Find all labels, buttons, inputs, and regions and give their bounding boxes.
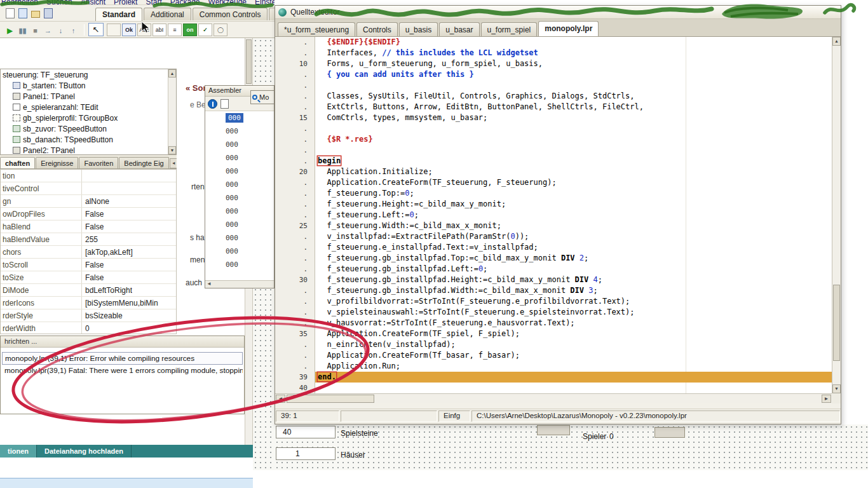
property-row[interactable]: owDropFilesFalse xyxy=(1,208,176,220)
open-file-icon[interactable] xyxy=(31,11,40,18)
new-unit-icon[interactable] xyxy=(6,8,15,18)
assembler-row[interactable]: 000 xyxy=(205,178,274,191)
tree-item[interactable]: e_spieleranzahl: TEdit xyxy=(1,102,176,112)
tab-aktionen[interactable]: tionen xyxy=(0,445,37,458)
menu-item-suchen[interactable]: Suchen xyxy=(46,0,72,5)
assembler-row[interactable]: 000 xyxy=(205,191,274,205)
mo-window-title[interactable]: Mo xyxy=(259,93,269,101)
editor-tab-u_basar[interactable]: u_basar xyxy=(439,22,479,36)
property-row[interactable]: chors[akTop,akLeft] xyxy=(1,246,176,259)
property-row[interactable]: DiModebdLeftToRight xyxy=(1,284,176,297)
property-row[interactable]: tiveControl xyxy=(1,182,176,195)
menu-item-projekt[interactable]: Projekt xyxy=(114,0,137,5)
step-out-icon[interactable]: ↑ xyxy=(67,27,79,34)
editor-tab-u_form_steuerung[interactable]: *u_form_steuerung xyxy=(278,22,355,36)
menu-item-bearbeiten[interactable]: Bearbeiten xyxy=(1,0,38,5)
assembler-row[interactable]: 000 xyxy=(205,258,274,271)
stop-icon[interactable]: ■ xyxy=(29,27,41,34)
property-row[interactable]: rderIcons[biSystemMenu,biMin xyxy=(1,297,176,309)
menu-item-werkzeuge[interactable]: Werkzeuge xyxy=(208,0,247,5)
tree-item[interactable]: steuerung: TF_steuerung xyxy=(1,69,176,80)
save-all-icon[interactable] xyxy=(44,8,53,18)
power-icon[interactable] xyxy=(208,99,217,109)
assembler-row[interactable]: 000 xyxy=(205,151,274,165)
assembler-row[interactable]: 000 xyxy=(205,231,274,245)
palette-tab-common-controls[interactable]: Common Controls xyxy=(193,8,268,20)
document-icon[interactable] xyxy=(220,99,229,109)
tpagecontrol-icon[interactable] xyxy=(107,24,121,36)
assembler-listing[interactable]: 000000000000000000000000000000000000 xyxy=(205,111,274,288)
assembler-row[interactable]: 000 xyxy=(205,245,274,258)
ttogglebox-icon[interactable]: on xyxy=(183,24,197,36)
tbutton-icon[interactable]: Ok xyxy=(122,24,136,36)
scrollbar-thumb[interactable] xyxy=(287,395,374,403)
scroll-down-icon[interactable]: ▼ xyxy=(832,384,841,393)
scroll-right-icon[interactable]: ► xyxy=(822,395,831,403)
inspector-tab-favoriten[interactable]: Favoriten xyxy=(79,157,118,168)
inspector-tab-chaften[interactable]: chaften xyxy=(0,157,35,168)
new-form-icon[interactable] xyxy=(18,8,27,18)
step-into-icon[interactable]: ↓ xyxy=(55,27,67,34)
tree-item[interactable]: b_starten: TButton xyxy=(1,80,176,91)
designer-button[interactable] xyxy=(654,427,685,438)
editor-title-bar[interactable]: Quelltexteditor xyxy=(275,6,841,19)
message-line[interactable]: monopoly.lpr(39,1) Fatal: There were 1 e… xyxy=(2,365,243,376)
menu-item-start[interactable]: Start xyxy=(146,0,161,5)
editor-tab-u_form_spiel[interactable]: u_form_spiel xyxy=(481,22,538,36)
tree-item[interactable]: sb_danach: TSpeedButton xyxy=(1,134,176,145)
menu-item-einstellungen[interactable]: Einstellungen xyxy=(255,0,275,5)
spielsteine-input[interactable]: 40 xyxy=(276,426,336,438)
step-over-icon[interactable]: → xyxy=(42,27,54,34)
pause-icon[interactable]: ▮▮ xyxy=(17,27,29,35)
scrollbar-thumb[interactable] xyxy=(833,285,840,361)
run-icon[interactable]: ▶ xyxy=(4,27,16,35)
property-row[interactable]: toSizeFalse xyxy=(1,271,176,284)
scroll-up-icon[interactable]: ▲ xyxy=(168,69,176,78)
tab-scroll-left-icon[interactable]: ◂ xyxy=(170,158,177,168)
tmemo-icon[interactable]: ≡ xyxy=(168,24,182,36)
property-row[interactable]: gnalNone xyxy=(1,195,176,208)
inspector-tab-bedingte-eig[interactable]: Bedingte Eig xyxy=(119,157,168,168)
tree-item[interactable]: gb_spielerprofil: TGroupBox xyxy=(1,112,176,123)
editor-tab-u_basis[interactable]: u_basis xyxy=(399,22,438,36)
tedit-icon[interactable]: abI xyxy=(153,24,166,36)
tradiobutton-icon[interactable]: ◯ xyxy=(214,24,227,36)
tcheckbox-icon[interactable]: ✓ xyxy=(198,24,212,36)
editor-horizontal-scrollbar[interactable]: ◄ ► xyxy=(275,393,832,403)
property-row[interactable]: rderWidth0 xyxy=(1,322,176,334)
assembler-row[interactable]: 000 xyxy=(205,125,274,138)
scroll-down-icon[interactable]: ▼ xyxy=(168,146,176,154)
editor-tab-Controls[interactable]: Controls xyxy=(356,22,398,36)
menu-item-package[interactable]: Package xyxy=(170,0,200,5)
assembler-row[interactable]: 000 xyxy=(205,205,274,218)
inspector-tab-ereignisse[interactable]: Ereignisse xyxy=(36,157,78,168)
property-row[interactable]: haBlendValue255 xyxy=(1,233,176,246)
assembler-row[interactable]: 000 xyxy=(205,218,274,231)
tree-item[interactable]: Panel2: TPanel xyxy=(1,145,176,155)
palette-tab-additional[interactable]: Additional xyxy=(144,8,191,20)
editor-tab-monopoly.lpr[interactable]: monopoly.lpr xyxy=(538,21,599,36)
tree-scrollbar[interactable]: ▲ ▼ xyxy=(168,69,176,154)
property-row[interactable]: rderStylebsSizeable xyxy=(1,309,176,322)
assembler-scrollbar[interactable]: ◄ xyxy=(205,280,274,288)
message-line[interactable]: monopoly.lpr(39,1) Error: Error while co… xyxy=(2,352,243,365)
designer-button[interactable] xyxy=(537,425,570,435)
haeuser-input[interactable]: 1 xyxy=(276,447,336,460)
messages-title-bar[interactable]: hrichten ... xyxy=(1,336,244,348)
tab-dateianhang-hochladen[interactable]: Dateianhang hochladen xyxy=(37,445,132,458)
property-row[interactable]: haBlendFalse xyxy=(1,220,176,233)
assembler-row[interactable]: 000 xyxy=(205,138,274,151)
code-editor[interactable]: . {$ENDIF}{$ENDIF}. Interfaces, // this … xyxy=(275,37,832,393)
property-row[interactable]: toScrollFalse xyxy=(1,259,176,271)
tree-item[interactable]: sb_zuvor: TSpeedButton xyxy=(1,123,176,134)
palette-tab-standard[interactable]: Standard xyxy=(95,8,142,21)
editor-vertical-scrollbar[interactable]: ▲ ▼ xyxy=(832,37,841,393)
menu-item-ansicht[interactable]: Ansicht xyxy=(81,0,105,5)
assembler-row[interactable]: 000 xyxy=(205,165,274,178)
property-row[interactable]: tion xyxy=(1,170,176,182)
assembler-row[interactable]: 000 xyxy=(205,111,274,125)
tree-item[interactable]: Panel1: TPanel xyxy=(1,91,176,102)
select-tool-button[interactable]: ↖ xyxy=(88,23,104,36)
scroll-up-icon[interactable]: ▲ xyxy=(832,37,841,46)
scroll-left-icon[interactable]: ◄ xyxy=(276,395,285,403)
